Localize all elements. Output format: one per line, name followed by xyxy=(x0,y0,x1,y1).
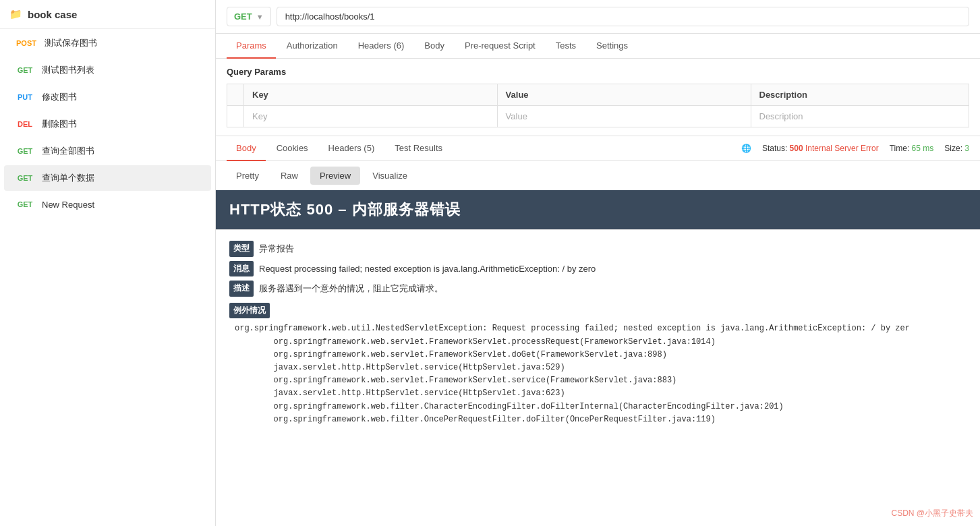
preview-subtab-visualize[interactable]: Visualize xyxy=(363,167,417,185)
sidebar-title-text: book case xyxy=(28,9,77,20)
table-row: Key Value Description xyxy=(227,106,969,127)
response-content: 类型 异常报告 消息 Request processing failed; ne… xyxy=(216,230,980,437)
checkbox-col-header xyxy=(227,84,244,106)
preview-subtab-preview[interactable]: Preview xyxy=(310,167,360,185)
method-badge: GET xyxy=(13,146,36,156)
sidebar-title: 📁 book case xyxy=(0,0,215,29)
method-badge: GET xyxy=(13,65,36,76)
exception-label-box: 例外情况 xyxy=(229,303,270,319)
key-col-header: Key xyxy=(244,84,498,106)
main-content: GET ▼ ParamsAuthorizationHeaders (6)Body… xyxy=(216,0,980,526)
sidebar-items: POST 测试保存图书GET 测试图书列表PUT 修改图书DEL 删除图书GET… xyxy=(0,29,215,218)
description-value: 服务器遇到一个意外的情况，阻止它完成请求。 xyxy=(259,281,443,296)
size-section: Size: 3 xyxy=(944,144,969,153)
value-cell[interactable]: Value xyxy=(497,106,751,127)
desc-col-header: Description xyxy=(751,84,969,106)
sidebar-item-put-edit[interactable]: PUT 修改图书 xyxy=(4,84,211,110)
status-code: 500 xyxy=(790,144,803,153)
globe-icon: 🌐 xyxy=(741,144,751,153)
preview-subtabs: PrettyRawPreviewVisualize xyxy=(216,161,980,190)
sidebar-item-label: 测试保存图书 xyxy=(45,37,97,49)
status-section: Status: 500 Internal Server Error xyxy=(762,144,879,153)
time-val: 65 ms xyxy=(912,144,934,153)
query-params-label: Query Params xyxy=(227,67,969,77)
exception-section: 例外情况 org.springframework.web.util.Nested… xyxy=(229,302,967,426)
status-label: Status: xyxy=(762,144,787,153)
method-badge: DEL xyxy=(13,119,36,129)
key-cell[interactable]: Key xyxy=(244,106,498,127)
method-badge: POST xyxy=(13,38,39,49)
desc-cell[interactable]: Description xyxy=(751,106,969,127)
method-badge: GET xyxy=(13,199,36,210)
sidebar-item-label: 修改图书 xyxy=(42,91,77,103)
response-body: HTTP状态 500 – 内部服务器错误 类型 异常报告 消息 Request … xyxy=(216,190,980,526)
url-bar: GET ▼ xyxy=(216,0,980,34)
request-tab-params[interactable]: Params xyxy=(227,34,276,59)
request-tab-authorization[interactable]: Authorization xyxy=(277,34,347,59)
response-meta: 🌐 Status: 500 Internal Server Error Time… xyxy=(741,144,969,153)
url-input[interactable] xyxy=(277,7,969,26)
type-label-box: 类型 xyxy=(229,241,254,257)
response-tab-test-results[interactable]: Test Results xyxy=(385,136,452,161)
sidebar-item-get-single[interactable]: GET 查询单个数据 xyxy=(4,165,211,191)
response-tab-cookies[interactable]: Cookies xyxy=(267,136,318,161)
exception-trace: org.springframework.web.util.NestedServl… xyxy=(229,322,967,426)
row-checkbox-cell xyxy=(227,106,244,127)
response-tab-headers[interactable]: Headers (5) xyxy=(319,136,384,161)
message-label-box: 消息 xyxy=(229,261,254,277)
sidebar-item-label: New Request xyxy=(42,200,94,210)
sidebar-item-get-list[interactable]: GET 测试图书列表 xyxy=(4,57,211,83)
value-col-header: Value xyxy=(497,84,751,106)
size-val: 3 xyxy=(964,144,969,153)
method-select[interactable]: GET ▼ xyxy=(227,7,271,26)
response-tab-body[interactable]: Body xyxy=(227,136,266,161)
query-params-section: Query Params Key Value Description Key V… xyxy=(216,59,980,136)
method-label: GET xyxy=(234,11,252,22)
method-badge: PUT xyxy=(13,92,36,103)
request-tab-body[interactable]: Body xyxy=(415,34,454,59)
message-value: Request processing failed; nested except… xyxy=(259,261,596,276)
request-tabs: ParamsAuthorizationHeaders (6)BodyPre-re… xyxy=(216,34,980,59)
sidebar-item-post-save[interactable]: POST 测试保存图书 xyxy=(4,30,211,56)
status-msg: Internal Server Error xyxy=(805,144,879,153)
sidebar-item-label: 删除图书 xyxy=(42,118,77,130)
time-section: Time: 65 ms xyxy=(890,144,934,153)
method-badge: GET xyxy=(13,173,36,183)
preview-subtab-raw[interactable]: Raw xyxy=(271,167,308,185)
request-tab-tests[interactable]: Tests xyxy=(546,34,585,59)
request-tab-pre-request-script[interactable]: Pre-request Script xyxy=(455,34,545,59)
description-label-box: 描述 xyxy=(229,281,254,297)
description-field: 描述 服务器遇到一个意外的情况，阻止它完成请求。 xyxy=(229,281,967,297)
type-field: 类型 异常报告 xyxy=(229,241,967,257)
folder-icon: 📁 xyxy=(9,8,22,20)
sidebar-item-get-all[interactable]: GET 查询全部图书 xyxy=(4,138,211,164)
chevron-down-icon: ▼ xyxy=(256,13,264,21)
response-tabs-bar: BodyCookiesHeaders (5)Test Results 🌐 Sta… xyxy=(216,136,980,161)
response-tabs: BodyCookiesHeaders (5)Test Results xyxy=(227,136,741,160)
response-section: BodyCookiesHeaders (5)Test Results 🌐 Sta… xyxy=(216,136,980,526)
type-value: 异常报告 xyxy=(259,241,294,256)
watermark: CSDN @小黑子史带夫 xyxy=(891,508,973,519)
request-tab-headers[interactable]: Headers (6) xyxy=(349,34,414,59)
sidebar-item-get-new[interactable]: GET New Request xyxy=(4,192,211,216)
request-tab-settings[interactable]: Settings xyxy=(587,34,637,59)
sidebar: 📁 book case POST 测试保存图书GET 测试图书列表PUT 修改图… xyxy=(0,0,216,526)
message-field: 消息 Request processing failed; nested exc… xyxy=(229,261,967,277)
size-label: Size: xyxy=(944,144,962,153)
http-error-header: HTTP状态 500 – 内部服务器错误 xyxy=(216,190,980,229)
sidebar-item-label: 查询全部图书 xyxy=(42,145,94,157)
preview-subtab-pretty[interactable]: Pretty xyxy=(227,167,268,185)
time-label: Time: xyxy=(890,144,910,153)
params-table: Key Value Description Key Value Descript… xyxy=(227,84,969,127)
sidebar-item-label: 查询单个数据 xyxy=(42,172,94,184)
sidebar-item-del-delete[interactable]: DEL 删除图书 xyxy=(4,111,211,137)
sidebar-item-label: 测试图书列表 xyxy=(42,64,94,76)
